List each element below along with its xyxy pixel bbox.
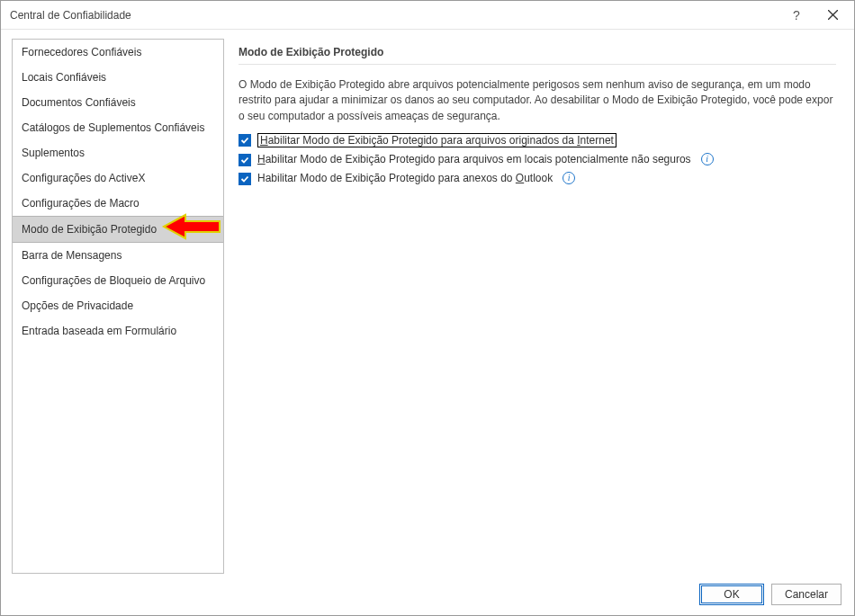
checkbox[interactable] [238,173,251,185]
content-pane: Modo de Exibição Protegido O Modo de Exi… [238,39,843,574]
sidebar-item[interactable]: Documentos Confiáveis [13,90,223,115]
sidebar-item[interactable]: Modo de Exibição Protegido [13,216,223,243]
checkbox-label[interactable]: Habilitar Modo de Exibição Protegido par… [257,153,691,165]
sidebar-item[interactable]: Opções de Privacidade [13,293,223,318]
sidebar-item[interactable]: Configurações do ActiveX [13,165,223,191]
close-icon [828,10,838,20]
checkbox-label[interactable]: Habilitar Modo de Exibição Protegido par… [257,172,553,184]
info-icon[interactable]: i [562,172,575,184]
checkbox[interactable] [238,134,251,147]
checkmark-icon [240,136,249,145]
sidebar-item[interactable]: Entrada baseada em Formulário [13,318,223,344]
sidebar: Fornecedores ConfiáveisLocais Confiáveis… [12,39,224,574]
checkbox-row: Habilitar Modo de Exibição Protegido par… [238,133,836,147]
help-button[interactable]: ? [778,3,814,28]
checkbox-label[interactable]: Habilitar Modo de Exibição Protegido par… [257,133,616,147]
ok-button[interactable]: OK [699,584,764,605]
info-icon[interactable]: i [701,153,714,165]
checkmark-icon [240,156,249,165]
checkbox-row: Habilitar Modo de Exibição Protegido par… [238,153,836,166]
sidebar-item[interactable]: Catálogos de Suplementos Confiáveis [13,115,223,140]
sidebar-item[interactable]: Configurações de Bloqueio de Arquivo [13,268,223,293]
sidebar-item[interactable]: Locais Confiáveis [13,65,223,90]
trust-center-dialog: Central de Confiabilidade ? Fornecedores… [0,0,855,616]
close-button[interactable] [814,3,850,28]
section-title: Modo de Exibição Protegido [238,46,836,65]
cancel-button[interactable]: Cancelar [771,584,842,605]
sidebar-item[interactable]: Barra de Mensagens [13,243,223,268]
sidebar-item[interactable]: Configurações de Macro [13,191,223,216]
checkbox[interactable] [238,154,251,166]
checkmark-icon [240,174,249,183]
section-description: O Modo de Exibição Protegido abre arquiv… [238,77,836,124]
dialog-footer: OK Cancelar [1,574,854,615]
sidebar-item[interactable]: Fornecedores Confiáveis [13,40,223,65]
dialog-body: Fornecedores ConfiáveisLocais Confiáveis… [1,30,854,574]
titlebar: Central de Confiabilidade ? [1,1,854,30]
checkbox-row: Habilitar Modo de Exibição Protegido par… [238,172,836,185]
sidebar-item[interactable]: Suplementos [13,140,223,165]
window-title: Central de Confiabilidade [10,9,778,22]
